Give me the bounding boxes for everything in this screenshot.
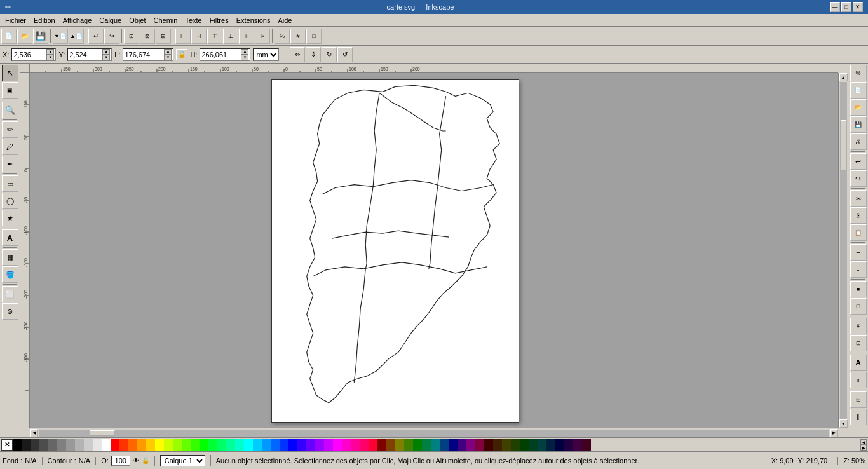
rt-copy[interactable]: ⎘ — [850, 207, 867, 224]
rt-undo[interactable]: ↩ — [850, 153, 867, 170]
palette-color-swatch[interactable] — [315, 439, 324, 451]
menu-fichier[interactable]: Fichier — [1, 15, 30, 25]
align-center-button[interactable]: ⊣ — [191, 29, 207, 44]
palette-color-swatch[interactable] — [466, 439, 475, 451]
palette-color-swatch[interactable] — [422, 439, 431, 451]
eraser-tool[interactable]: ⬜ — [2, 286, 18, 302]
palette-color-swatch[interactable] — [48, 439, 57, 451]
text-tool[interactable]: A — [2, 229, 18, 246]
canvas-area[interactable]: 150 300 250 200 150 100 50 0 50 100 — [20, 64, 848, 437]
snap-nodes-button[interactable]: # — [290, 29, 306, 44]
gradient-tool[interactable]: ▦ — [2, 249, 18, 266]
rt-zoom-in[interactable]: + — [850, 244, 867, 261]
export-button[interactable]: ▲📄 — [69, 29, 84, 44]
palette-color-swatch[interactable] — [520, 439, 529, 451]
palette-color-swatch[interactable] — [538, 439, 546, 451]
no-color-button[interactable]: ✕ — [1, 439, 13, 451]
palette-color-swatch[interactable] — [386, 439, 395, 451]
menu-calque[interactable]: Calque — [95, 15, 125, 25]
palette-color-swatch[interactable] — [84, 439, 93, 451]
palette-color-swatch[interactable] — [119, 439, 128, 451]
rt-stroke[interactable]: □ — [850, 298, 867, 315]
palette-color-swatch[interactable] — [271, 439, 280, 451]
palette-color-swatch[interactable] — [377, 439, 386, 451]
x-input[interactable] — [12, 51, 46, 58]
palette-color-swatch[interactable] — [280, 439, 288, 451]
rt-snap-grid[interactable]: # — [850, 318, 867, 334]
zoom-fit-draw-button[interactable]: ⊡ — [124, 29, 139, 44]
palette-scroll-left[interactable]: ◀ — [860, 439, 867, 445]
hscroll-thumb[interactable] — [90, 430, 115, 436]
palette-color-swatch[interactable] — [208, 439, 217, 451]
star-tool[interactable]: ★ — [2, 210, 18, 226]
palette-color-swatch[interactable] — [66, 439, 75, 451]
pen-tool[interactable]: 🖊 — [2, 139, 18, 155]
ellipse-tool[interactable]: ◯ — [2, 193, 18, 209]
rt-save[interactable]: 💾 — [850, 116, 867, 133]
l-spin-down[interactable]: ▼ — [164, 55, 172, 60]
y-spin-down[interactable]: ▼ — [102, 55, 110, 60]
menu-edition[interactable]: Edition — [30, 15, 59, 25]
menu-filtres[interactable]: Filtres — [206, 15, 233, 25]
lock-aspect-button[interactable]: 🔓 — [176, 49, 187, 60]
palette-color-swatch[interactable] — [369, 439, 377, 451]
palette-color-swatch[interactable] — [191, 439, 200, 451]
rt-redo[interactable]: ↪ — [850, 170, 867, 187]
palette-color-swatch[interactable] — [502, 439, 511, 451]
palette-color-swatch[interactable] — [458, 439, 466, 451]
palette-color-swatch[interactable] — [244, 439, 253, 451]
x-spin-up[interactable]: ▲ — [46, 49, 54, 55]
zoom-fit-page-button[interactable]: ⊠ — [140, 29, 155, 44]
flip-v-button[interactable]: ⇕ — [306, 47, 321, 62]
snap-bbox-button[interactable]: □ — [306, 29, 322, 44]
palette-color-swatch[interactable] — [449, 439, 458, 451]
palette-color-swatch[interactable] — [484, 439, 493, 451]
palette-color-swatch[interactable] — [173, 439, 182, 451]
palette-color-swatch[interactable] — [306, 439, 315, 451]
rt-fill[interactable]: ■ — [850, 281, 867, 297]
rt-snap-nodes[interactable]: ⊡ — [850, 335, 867, 351]
canvas-viewport[interactable] — [30, 73, 838, 428]
h-spin-down[interactable]: ▼ — [241, 55, 248, 60]
vscroll-up-button[interactable]: ▲ — [839, 73, 848, 81]
rt-zoom-out[interactable]: - — [850, 261, 867, 278]
palette-color-swatch[interactable] — [111, 439, 119, 451]
palette-color-swatch[interactable] — [413, 439, 422, 451]
h-spin-up[interactable]: ▲ — [241, 49, 248, 55]
palette-color-swatch[interactable] — [253, 439, 262, 451]
palette-color-swatch[interactable] — [13, 439, 22, 451]
palette-color-swatch[interactable] — [75, 439, 84, 451]
palette-color-swatch[interactable] — [404, 439, 413, 451]
flip-h-button[interactable]: ⇔ — [290, 47, 305, 62]
rt-print[interactable]: 🖨 — [850, 133, 867, 150]
l-spin-up[interactable]: ▲ — [164, 49, 172, 55]
rt-new[interactable]: 📄 — [850, 82, 867, 99]
rect-tool[interactable]: ▭ — [2, 175, 18, 192]
palette-scroll-right[interactable]: ▶ — [860, 445, 867, 451]
open-button[interactable]: 📂 — [17, 29, 32, 44]
x-spin-down[interactable]: ▼ — [46, 55, 54, 60]
opacity-input[interactable] — [111, 456, 130, 466]
palette-color-swatch[interactable] — [262, 439, 271, 451]
palette-color-swatch[interactable] — [182, 439, 191, 451]
layer-select[interactable]: Calque 1 — [160, 455, 205, 466]
import-button[interactable]: ▼📄 — [53, 29, 68, 44]
undo-button[interactable]: ↩ — [88, 29, 104, 44]
rt-paste[interactable]: 📋 — [850, 224, 867, 241]
palette-color-swatch[interactable] — [31, 439, 39, 451]
palette-color-swatch[interactable] — [226, 439, 235, 451]
palette-color-swatch[interactable] — [297, 439, 306, 451]
zoom-fit-select-button[interactable]: ⊞ — [156, 29, 171, 44]
calligraphy-tool[interactable]: ✒ — [2, 156, 18, 172]
vscroll-track[interactable] — [840, 82, 847, 419]
hscroll-track[interactable] — [39, 430, 829, 437]
spray-tool[interactable]: ⊛ — [2, 303, 18, 320]
y-spin-up[interactable]: ▲ — [102, 49, 110, 55]
unit-select[interactable]: mm px cm in pt — [253, 48, 279, 61]
vscroll-thumb[interactable] — [841, 120, 846, 171]
fill-tool[interactable]: 🪣 — [2, 266, 18, 283]
rt-line-end[interactable]: ‖ — [850, 409, 867, 425]
palette-color-swatch[interactable] — [155, 439, 164, 451]
palette-color-swatch[interactable] — [395, 439, 404, 451]
y-input[interactable] — [68, 51, 102, 58]
